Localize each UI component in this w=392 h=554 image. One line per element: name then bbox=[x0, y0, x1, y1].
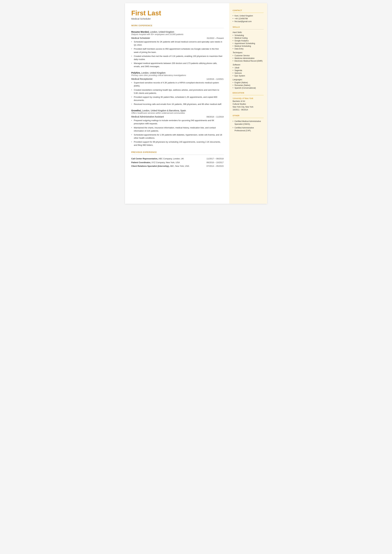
other-divider bbox=[233, 118, 264, 118]
contact-location: Kent, United Kingdom bbox=[233, 15, 264, 17]
prev-exp-company-3: Client Relations Specialist (Internship)… bbox=[131, 165, 207, 168]
technique-3: Electronic Medical Record (EMR) bbox=[233, 60, 264, 62]
skill-4: Appointment Scheduling bbox=[233, 42, 264, 44]
software-4: Epic System bbox=[233, 75, 264, 77]
job-company-3: Growthsi, London, United Kingdom & Barce… bbox=[131, 109, 224, 112]
prev-exp-company-1: Call Center Representative, ABC Company,… bbox=[131, 157, 207, 160]
job-role-row-3: Medical Administrative Assistant 09/2018… bbox=[131, 115, 224, 118]
prev-exp-company-2: Patient Coordinator, XYZ Company, New Yo… bbox=[131, 161, 207, 164]
prev-exp-row-3: Client Relations Specialist (Internship)… bbox=[131, 165, 224, 168]
job-header-2: Polyhire, London, United Kingdom Primary… bbox=[131, 71, 224, 77]
skills-divider bbox=[233, 29, 264, 29]
skill-2: Medical Coding bbox=[233, 37, 264, 39]
prev-exp-row-1: Call Center Representative, ABC Company,… bbox=[131, 157, 224, 160]
edu-degree: Bachelor of Art Cultural Studies New Yor… bbox=[233, 100, 264, 111]
job-company-2: Polyhire, London, United Kingdom bbox=[131, 71, 224, 74]
job-header-3: Growthsi, London, United Kingdom & Barce… bbox=[131, 109, 224, 114]
job-role-2: Medical Receptionist bbox=[131, 78, 153, 80]
skill-1: Scheduling bbox=[233, 34, 264, 36]
job-dates-2: 12/2019 – 12/2021 bbox=[206, 78, 224, 80]
software-label: Software: bbox=[233, 64, 264, 66]
other-heading: OTHER bbox=[233, 115, 264, 117]
bullet-3-3: Scheduled appointments for 1.5K patients… bbox=[131, 133, 224, 140]
techniques-label: Techniques: bbox=[233, 51, 264, 54]
edu-school: University of New York bbox=[233, 97, 264, 99]
skill-3: Google Analytics bbox=[233, 40, 264, 42]
prev-exp-row-2: Patient Coordinator, XYZ Company, New Yo… bbox=[131, 161, 224, 164]
bullet-1-1: Scheduled appointments for 2K patients w… bbox=[131, 40, 224, 47]
technique-1: Customer Service bbox=[233, 55, 264, 57]
contact-phone: +44 123456789 bbox=[233, 18, 264, 20]
prev-exp-dates-1: 11/2017 – 08/2018 bbox=[206, 157, 224, 160]
previous-experience-heading: PREVIOUS EXPERIENCE bbox=[131, 151, 224, 153]
candidate-title: Medical Scheduler bbox=[131, 17, 224, 20]
bullet-3-4: Provided support for 89 physicians by sc… bbox=[131, 140, 224, 147]
job-subtitle-3: Offers healthcare services within unders… bbox=[131, 112, 224, 114]
bullet-3-1: Prepared outgoing mailings to include re… bbox=[131, 119, 224, 125]
bullet-1-3: Created schedules that met the needs of … bbox=[131, 55, 224, 61]
job-bullets-2: Supervised sensitive records of 4.3K pat… bbox=[131, 81, 224, 106]
bullet-1-2: Provided staff members access to 950 app… bbox=[131, 47, 224, 54]
language-3: Spanish (Conversational) bbox=[233, 87, 264, 89]
job-role-row-2: Medical Receptionist 12/2019 – 12/2021 bbox=[131, 78, 224, 80]
prev-exp-dates-2: 06/2016 – 10/2017 bbox=[206, 161, 224, 164]
bullet-1-4: Managed medical appointments between 200… bbox=[131, 62, 224, 68]
languages-list: English (Native) Romanian (Native) Spani… bbox=[233, 82, 264, 89]
other-1: Certified Medical Administrative Special… bbox=[233, 120, 264, 126]
education-heading: EDUCATION bbox=[233, 92, 264, 94]
techniques-list: Customer Service Medicine Administration… bbox=[233, 55, 264, 62]
contact-email: first.last@gmail.com bbox=[233, 20, 264, 23]
hard-skills-label: Hard Skills: bbox=[233, 31, 264, 34]
job-header-1: Resume Worded, London, United Kingdom Di… bbox=[131, 31, 224, 35]
job-bullets-3: Prepared outgoing mailings to include re… bbox=[131, 119, 224, 147]
job-role-3: Medical Administrative Assistant bbox=[131, 115, 164, 118]
bullet-3-2: Maintained the charts, insurance informa… bbox=[131, 126, 224, 133]
language-2: Romanian (Native) bbox=[233, 84, 264, 86]
other-2: Certified Administrative Professional (C… bbox=[233, 126, 264, 132]
software-3: Setmore bbox=[233, 72, 264, 74]
right-column: CONTACT Kent, United Kingdom +44 1234567… bbox=[229, 3, 267, 204]
work-experience-heading: WORK EXPERIENCE bbox=[131, 24, 224, 27]
software-list: 10to8 Sagenda Setmore Epic System bbox=[233, 67, 264, 77]
job-block-3: Growthsi, London, United Kingdom & Barce… bbox=[131, 109, 224, 147]
language-1: English (Native) bbox=[233, 82, 264, 84]
left-column: First Last Medical Scheduler WORK EXPERI… bbox=[125, 3, 229, 204]
job-role-row-1: Medical Scheduler 01/2022 – Present bbox=[131, 37, 224, 39]
previous-experience-divider bbox=[131, 154, 224, 155]
bullet-2-1: Supervised sensitive records of 4.3K pat… bbox=[131, 81, 224, 87]
languages-label: Languages: bbox=[233, 78, 264, 81]
hard-skills-list: Scheduling Medical Coding Google Analyti… bbox=[233, 34, 264, 50]
job-subtitle-1: Dialysis hospital with 50+ employees and… bbox=[131, 33, 224, 35]
skill-6: Data Entry bbox=[233, 48, 264, 50]
job-dates-1: 01/2022 – Present bbox=[207, 37, 224, 39]
skills-heading: SKILLS bbox=[233, 26, 264, 28]
skill-5: Medical Scheduling bbox=[233, 45, 264, 47]
job-block-2: Polyhire, London, United Kingdom Primary… bbox=[131, 71, 224, 106]
software-1: 10to8 bbox=[233, 67, 264, 69]
job-bullets-1: Scheduled appointments for 2K patients w… bbox=[131, 40, 224, 68]
bullet-2-4: Received incoming calls and emails from … bbox=[131, 103, 224, 106]
prev-exp-dates-3: 07/2014 – 05/2015 bbox=[206, 165, 224, 168]
job-subtitle-2: Primary care clinic providing critical l… bbox=[131, 74, 224, 77]
other-list: Certified Medical Administrative Special… bbox=[233, 120, 264, 132]
technique-2: Medicine Administration bbox=[233, 57, 264, 59]
bullet-2-2: Created newsletters containing health ti… bbox=[131, 88, 224, 95]
contact-heading: CONTACT bbox=[233, 9, 264, 11]
job-role-1: Medical Scheduler bbox=[131, 37, 150, 39]
candidate-name: First Last bbox=[131, 9, 224, 17]
resume-page: First Last Medical Scheduler WORK EXPERI… bbox=[125, 3, 267, 204]
job-dates-3: 09/2018 – 11/2019 bbox=[206, 116, 224, 118]
bullet-2-3: Provided support by creating 3K patient … bbox=[131, 96, 224, 102]
contact-divider bbox=[233, 13, 264, 13]
job-block-1: Resume Worded, London, United Kingdom Di… bbox=[131, 31, 224, 68]
job-company-1: Resume Worded, London, United Kingdom bbox=[131, 31, 224, 33]
software-2: Sagenda bbox=[233, 69, 264, 71]
contact-list: Kent, United Kingdom +44 123456789 first… bbox=[233, 15, 264, 23]
